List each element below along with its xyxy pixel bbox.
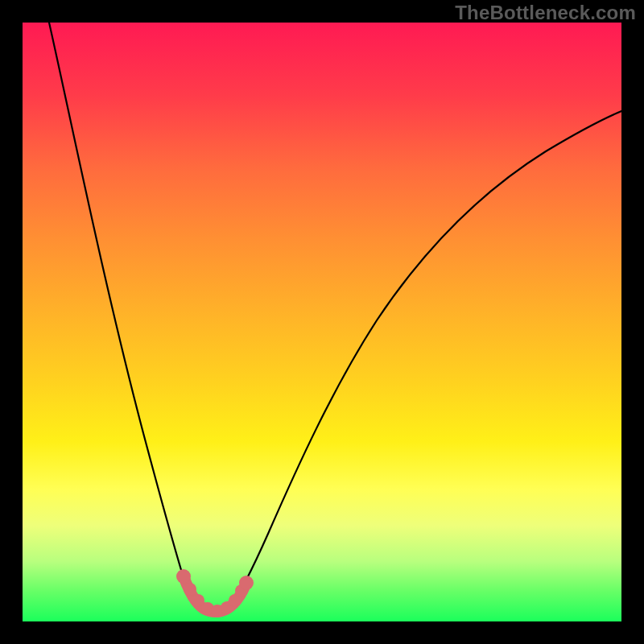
curve-left-branch — [49, 23, 201, 607]
marker-dot — [184, 583, 196, 596]
marker-dot — [176, 569, 191, 584]
plot-area — [23, 23, 621, 621]
marker-dot — [239, 576, 254, 590]
curve-svg — [23, 23, 621, 621]
watermark-text: TheBottleneck.com — [455, 2, 636, 24]
chart-frame: TheBottleneck.com — [0, 0, 644, 644]
curve-right-branch — [230, 111, 621, 607]
